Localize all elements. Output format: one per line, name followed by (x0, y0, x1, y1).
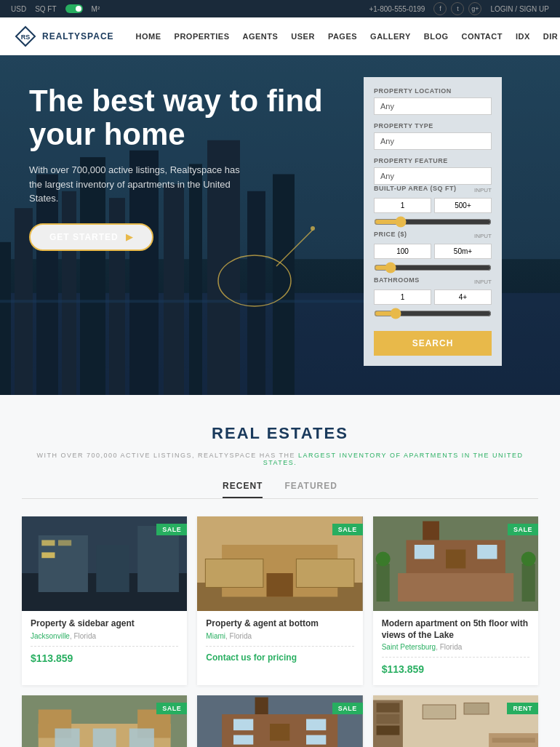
svg-rect-34 (206, 559, 264, 588)
location-select[interactable]: Any (374, 97, 492, 115)
bathrooms-input-label: INPUT (474, 279, 492, 285)
property-city-2: Miami (206, 632, 225, 640)
svg-rect-28 (41, 552, 55, 558)
login-signup-link[interactable]: LOGIN / SIGN UP (490, 5, 549, 13)
property-card: SALE Modern apartment on 5th floor with … (373, 516, 538, 685)
area-min-input[interactable] (374, 198, 431, 213)
price-label: PRICE ($) (374, 231, 407, 238)
area-input-label: INPUT (474, 187, 492, 193)
property-price-3: $113.859 (382, 663, 529, 675)
sale-badge-1: SALE (156, 524, 187, 535)
svg-rect-55 (93, 729, 116, 747)
property-location-1: Jacksonville, Florida (31, 632, 178, 640)
unit-toggle[interactable] (65, 4, 83, 13)
property-city-3: Saint Petersburg (382, 643, 436, 651)
svg-point-47 (521, 552, 535, 567)
googleplus-icon[interactable]: g+ (468, 2, 481, 15)
nav-dir[interactable]: DIR (543, 32, 558, 41)
svg-rect-39 (423, 522, 439, 540)
real-estates-section: REAL ESTATES WITH OVER 700,000 ACTIVE LI… (0, 395, 560, 747)
top-bar-right: +1-800-555-0199 f t g+ LOGIN / SIGN UP (369, 2, 549, 15)
area-unit-label: SQ FT (35, 5, 56, 13)
property-location-3: Saint Petersburg, Florida (382, 643, 529, 651)
nav-gallery[interactable]: GALLERY (370, 32, 411, 41)
feature-select[interactable]: Any (374, 167, 492, 185)
feature-label: PROPERTY FEATURE (374, 157, 492, 164)
area-max-input[interactable] (434, 198, 492, 213)
svg-rect-64 (233, 719, 253, 731)
property-card: RENT For sale beautiful apartment on Par… (373, 695, 538, 747)
property-city-1: Jacksonville (31, 632, 70, 640)
price-slider[interactable] (374, 262, 492, 273)
price-min-input[interactable] (374, 244, 431, 259)
svg-rect-54 (55, 729, 79, 747)
twitter-icon[interactable]: t (451, 2, 464, 15)
nav-idx[interactable]: IDX (516, 32, 530, 41)
toggle-switch-visual[interactable] (65, 4, 83, 13)
property-info-2: Property & agent at bottom Miami, Florid… (197, 611, 362, 673)
svg-rect-62 (255, 698, 268, 714)
price-max-input[interactable] (434, 244, 492, 259)
property-image-6: RENT (373, 695, 538, 747)
svg-rect-17 (0, 300, 422, 303)
property-name-2: Property & agent at bottom (206, 618, 353, 630)
sale-badge-2: SALE (332, 524, 363, 535)
phone-number: +1-800-555-0199 (369, 5, 425, 13)
top-bar: USD SQ FT M² +1-800-555-0199 f t g+ LOGI… (0, 0, 560, 17)
svg-rect-46 (521, 564, 535, 602)
bathrooms-label: BATHROOMS (374, 276, 420, 284)
nav-links: HOME PROPERTIES AGENTS USER PAGES GALLER… (136, 32, 559, 41)
bathrooms-max-input[interactable] (434, 289, 492, 305)
svg-rect-40 (398, 573, 513, 602)
hero-section: The best way to find your home With over… (0, 55, 560, 395)
svg-rect-77 (376, 703, 399, 713)
bathrooms-min-input[interactable] (374, 289, 431, 305)
get-started-button[interactable]: GET STARTED ▶ (29, 223, 153, 251)
logo-diamond-icon: RS (15, 25, 36, 47)
navbar: RS REALTYSPACE HOME PROPERTIES AGENTS US… (0, 17, 560, 55)
sale-badge-3: SALE (508, 524, 538, 535)
tab-featured[interactable]: FEATURED (284, 481, 337, 498)
hero-subtitle: With over 700,000 active listings, Realt… (29, 163, 247, 206)
nav-properties[interactable]: PROPERTIES (175, 32, 230, 41)
social-icons: f t g+ (433, 2, 481, 15)
property-image-3: SALE (373, 516, 538, 611)
area-unit2-label: M² (92, 5, 100, 13)
nav-home[interactable]: HOME (136, 32, 161, 41)
property-card: SALE Property & sidebar agent Jacksonvil… (22, 516, 187, 685)
property-image-2: SALE (197, 516, 362, 611)
search-button[interactable]: SEARCH (374, 331, 492, 356)
svg-rect-85 (464, 703, 489, 715)
property-tabs: RECENT FEATURED (22, 481, 538, 499)
nav-user[interactable]: USER (291, 32, 315, 41)
bathrooms-slider[interactable] (374, 308, 492, 319)
property-card: SALE Property & agent at bottom Miami, F… (197, 516, 362, 685)
logo[interactable]: RS REALTYSPACE (15, 25, 114, 47)
property-image-1: SALE (22, 516, 187, 611)
arrow-icon: ▶ (126, 232, 133, 242)
area-label: BUILT-UP AREA (SQ FT) (374, 185, 457, 192)
svg-rect-67 (233, 735, 253, 745)
svg-rect-5 (0, 242, 11, 395)
property-grid: SALE Property & sidebar agent Jacksonvil… (22, 516, 538, 747)
subtitle-link: LARGEST INVENTORY OF APARTMENTS IN THE U… (263, 452, 524, 466)
facebook-icon[interactable]: f (433, 2, 447, 15)
nav-contact[interactable]: CONTACT (462, 32, 503, 41)
nav-blog[interactable]: BLOG (424, 32, 449, 41)
property-image-4: SALE (22, 695, 187, 747)
type-label: PROPERTY TYPE (374, 122, 492, 129)
tab-recent[interactable]: RECENT (223, 481, 263, 498)
price-input-label: INPUT (474, 233, 492, 239)
svg-rect-33 (267, 573, 293, 597)
svg-rect-78 (376, 714, 399, 724)
section-subtitle: WITH OVER 700,000 ACTIVE LISTINGS, REALT… (22, 452, 538, 466)
nav-agents[interactable]: AGENTS (242, 32, 278, 41)
svg-rect-68 (306, 735, 326, 745)
section-title: REAL ESTATES (22, 424, 538, 443)
nav-pages[interactable]: PAGES (328, 32, 357, 41)
svg-rect-42 (477, 545, 497, 559)
property-location-2: Miami, Florida (206, 632, 353, 640)
rent-badge-6: RENT (507, 703, 538, 714)
area-slider[interactable] (374, 216, 492, 228)
type-select[interactable]: Any (374, 132, 492, 150)
